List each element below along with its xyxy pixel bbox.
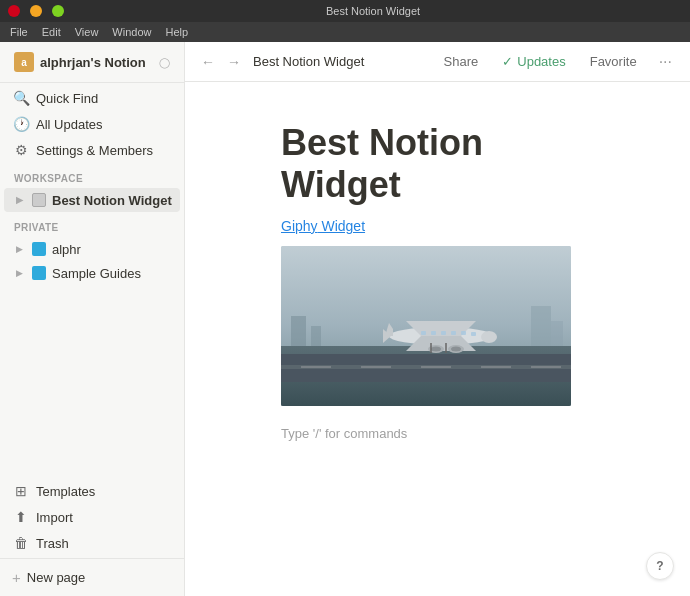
svg-rect-19: [421, 331, 426, 335]
templates-label: Templates: [36, 484, 95, 499]
page-breadcrumb: Best Notion Widget: [253, 54, 428, 69]
sidebar-item-sample-guides[interactable]: ▶ Sample Guides: [4, 261, 180, 285]
media-block: [281, 246, 610, 406]
svg-point-14: [481, 331, 497, 343]
top-actions: Share ✓ Updates Favorite ···: [436, 51, 678, 73]
workspace-section-label: WORKSPACE: [0, 165, 184, 186]
svg-rect-11: [531, 306, 551, 346]
trash-icon: 🗑: [12, 534, 30, 552]
workspace-name: alphrjan's Notion: [40, 55, 153, 70]
help-button[interactable]: ?: [646, 552, 674, 580]
workspace-pages: ▶ Best Notion Widget: [0, 186, 184, 214]
settings-label: Settings & Members: [36, 143, 153, 158]
gear-icon: ⚙: [12, 141, 30, 159]
svg-rect-9: [291, 316, 306, 346]
more-options-button[interactable]: ···: [653, 51, 678, 73]
workspace-header[interactable]: a alphrjan's Notion ◯: [8, 48, 176, 76]
airplane-image: [281, 246, 571, 406]
giphy-text: Giphy: [281, 218, 318, 234]
sidebar-item-templates[interactable]: ⊞ Templates: [4, 478, 180, 504]
import-icon: ⬆: [12, 508, 30, 526]
giphy-suffix: Widget: [318, 218, 365, 234]
menu-bar: File Edit View Window Help: [0, 22, 690, 42]
svg-point-27: [431, 347, 441, 352]
svg-rect-12: [551, 321, 563, 346]
alphr-label: alphr: [52, 242, 81, 257]
private-pages: ▶ alphr ▶ Sample Guides: [0, 235, 184, 287]
svg-rect-24: [471, 332, 476, 336]
tree-chevron-alphr-icon: ▶: [12, 242, 26, 256]
svg-rect-10: [311, 326, 321, 346]
page-icon-blue-samples: [30, 264, 48, 282]
trash-label: Trash: [36, 536, 69, 551]
menu-file[interactable]: File: [4, 24, 34, 40]
private-section-label: PRIVATE: [0, 214, 184, 235]
maximize-button[interactable]: [52, 5, 64, 17]
workspace-icon-letter: a: [21, 57, 27, 68]
sidebar-item-best-notion-widget[interactable]: ▶ Best Notion Widget: [4, 188, 180, 212]
updates-label: Updates: [517, 54, 565, 69]
search-icon: 🔍: [12, 89, 30, 107]
menu-window[interactable]: Window: [106, 24, 157, 40]
app-body: a alphrjan's Notion ◯ 🔍 Quick Find 🕐 All…: [0, 42, 690, 596]
new-page-section: + New page: [0, 558, 184, 596]
svg-rect-22: [451, 331, 456, 335]
window-controls[interactable]: [8, 5, 64, 17]
nav-arrows: ← →: [197, 51, 245, 73]
minimize-button[interactable]: [30, 5, 42, 17]
import-label: Import: [36, 510, 73, 525]
sidebar-item-import[interactable]: ⬆ Import: [4, 504, 180, 530]
sidebar-item-settings[interactable]: ⚙ Settings & Members: [4, 137, 180, 163]
tree-chevron-icon: ▶: [12, 193, 26, 207]
page-title: Best Notion Widget: [281, 122, 610, 206]
sidebar-item-all-updates[interactable]: 🕐 All Updates: [4, 111, 180, 137]
new-page-button[interactable]: + New page: [4, 563, 180, 592]
window-title: Best Notion Widget: [64, 5, 682, 17]
svg-rect-23: [461, 331, 466, 335]
back-button[interactable]: ←: [197, 51, 219, 73]
menu-view[interactable]: View: [69, 24, 105, 40]
page-icon-blue-alphr: [30, 240, 48, 258]
plus-icon: +: [12, 569, 21, 586]
share-button[interactable]: Share: [436, 52, 487, 71]
workspace-chevron-icon: ◯: [159, 57, 170, 68]
svg-rect-7: [481, 366, 511, 368]
sidebar-item-quick-find[interactable]: 🔍 Quick Find: [4, 85, 180, 111]
svg-rect-6: [421, 366, 451, 368]
all-updates-label: All Updates: [36, 117, 102, 132]
sidebar-bottom-items: ⊞ Templates ⬆ Import 🗑 Trash: [0, 474, 184, 558]
menu-help[interactable]: Help: [159, 24, 194, 40]
svg-rect-5: [361, 366, 391, 368]
clock-icon: 🕐: [12, 115, 30, 133]
sidebar: a alphrjan's Notion ◯ 🔍 Quick Find 🕐 All…: [0, 42, 185, 596]
workspace-icon: a: [14, 52, 34, 72]
quick-find-label: Quick Find: [36, 91, 98, 106]
updates-button[interactable]: ✓ Updates: [494, 52, 573, 71]
favorite-button[interactable]: Favorite: [582, 52, 645, 71]
svg-rect-20: [431, 331, 436, 335]
sidebar-nav: 🔍 Quick Find 🕐 All Updates ⚙ Settings & …: [0, 83, 184, 165]
top-bar: ← → Best Notion Widget Share ✓ Updates F…: [185, 42, 690, 82]
svg-rect-8: [531, 366, 561, 368]
sidebar-item-alphr[interactable]: ▶ alphr: [4, 237, 180, 261]
placeholder-text: Type '/' for commands: [281, 426, 610, 441]
svg-rect-4: [301, 366, 331, 368]
content-area: ← → Best Notion Widget Share ✓ Updates F…: [185, 42, 690, 596]
giphy-widget-link[interactable]: Giphy Widget: [281, 218, 610, 234]
workspace-page-label: Best Notion Widget: [52, 193, 172, 208]
svg-point-28: [451, 347, 461, 352]
forward-button[interactable]: →: [223, 51, 245, 73]
sample-guides-label: Sample Guides: [52, 266, 141, 281]
tree-chevron-samples-icon: ▶: [12, 266, 26, 280]
templates-icon: ⊞: [12, 482, 30, 500]
sidebar-top: a alphrjan's Notion ◯: [0, 42, 184, 83]
title-bar: Best Notion Widget: [0, 0, 690, 22]
svg-rect-21: [441, 331, 446, 335]
airplane-svg: [281, 246, 571, 406]
menu-edit[interactable]: Edit: [36, 24, 67, 40]
close-button[interactable]: [8, 5, 20, 17]
sidebar-item-trash[interactable]: 🗑 Trash: [4, 530, 180, 556]
page-icon: [30, 191, 48, 209]
page-content: Best Notion Widget Giphy Widget: [185, 82, 690, 596]
checkmark-icon: ✓: [502, 54, 513, 69]
